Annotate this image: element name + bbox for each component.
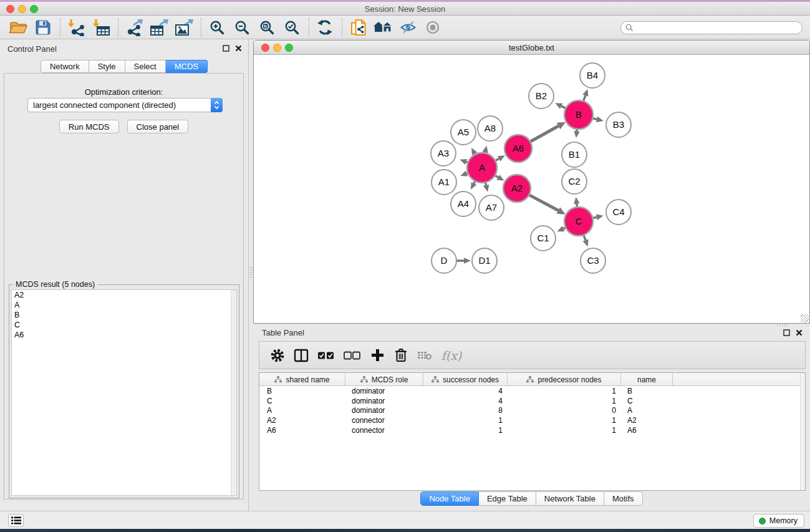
- edge-A-A4[interactable]: [471, 181, 476, 190]
- edge-A2-C[interactable]: [529, 195, 565, 214]
- node-B1[interactable]: B1: [562, 142, 587, 167]
- edge-C-C2[interactable]: [574, 197, 580, 207]
- destroy-table-icon[interactable]: [415, 345, 434, 366]
- column-header-name[interactable]: name: [621, 373, 673, 386]
- node-A5[interactable]: A5: [451, 120, 476, 145]
- window-resize-grip[interactable]: [801, 314, 809, 322]
- run-mcds-button[interactable]: Run MCDS: [59, 120, 119, 133]
- node-A4[interactable]: A4: [451, 191, 476, 216]
- edge-C-C3[interactable]: [582, 235, 588, 247]
- edge-D-D1[interactable]: [456, 258, 471, 264]
- table-settings-icon[interactable]: [268, 345, 287, 366]
- zoom-selected-icon[interactable]: [281, 17, 302, 37]
- table-row[interactable]: A6connector11A6: [259, 425, 805, 435]
- show-graphics-details-icon[interactable]: [422, 17, 443, 37]
- mcds-result-list[interactable]: A2ABCA6: [11, 289, 237, 496]
- optimization-criterion-select[interactable]: largest connected component (directed): [27, 98, 223, 112]
- import-network-icon[interactable]: [65, 17, 87, 37]
- export-network-icon[interactable]: [123, 17, 145, 37]
- tab-network[interactable]: Network: [41, 60, 89, 73]
- edge-B-B1[interactable]: [574, 129, 580, 138]
- node-A2[interactable]: A2: [503, 175, 531, 202]
- task-history-button[interactable]: [8, 514, 24, 527]
- edge-C-C4[interactable]: [592, 215, 603, 220]
- tab-select[interactable]: Select: [125, 60, 166, 73]
- export-table-icon[interactable]: [148, 17, 170, 37]
- splitter-grip-vertical[interactable]: [249, 267, 253, 278]
- edge-A6-B[interactable]: [530, 122, 566, 142]
- node-B2[interactable]: B2: [529, 84, 554, 109]
- mcds-result-item[interactable]: C: [12, 320, 236, 330]
- edge-C-C1[interactable]: [557, 226, 566, 231]
- node-C3[interactable]: C3: [581, 248, 605, 273]
- tab-network-table[interactable]: Network Table: [536, 491, 604, 506]
- column-header-predecessor-nodes[interactable]: predecessor nodes: [508, 373, 621, 386]
- close-panel-icon[interactable]: [796, 329, 803, 336]
- delete-column-icon[interactable]: [392, 345, 410, 366]
- column-header-successor-nodes[interactable]: successor nodes: [423, 373, 508, 386]
- node-A8[interactable]: A8: [478, 116, 503, 141]
- edge-A-A3[interactable]: [460, 159, 468, 165]
- open-session-icon[interactable]: [7, 17, 29, 37]
- node-C1[interactable]: C1: [531, 226, 556, 251]
- table-row[interactable]: Bdominator41B: [259, 386, 805, 396]
- add-column-icon[interactable]: [368, 345, 387, 366]
- node-A6[interactable]: A6: [504, 135, 532, 162]
- mcds-result-item[interactable]: B: [12, 310, 236, 320]
- edge-B-B3[interactable]: [592, 117, 603, 122]
- zoom-in-icon[interactable]: [206, 17, 228, 37]
- deselect-all-icon[interactable]: [342, 345, 363, 366]
- close-panel-button[interactable]: Close panel: [127, 120, 189, 133]
- node-A3[interactable]: A3: [431, 141, 456, 166]
- network-canvas[interactable]: B4B2BB3A8A5A6A3B1AA1C2A2A4A7C4CC1C3DD1: [254, 55, 809, 323]
- refresh-icon[interactable]: [314, 17, 335, 37]
- edge-A-A8[interactable]: [482, 145, 488, 153]
- close-panel-icon[interactable]: [235, 45, 242, 52]
- edge-A-A6[interactable]: [495, 155, 505, 161]
- edge-A-A2[interactable]: [495, 175, 504, 181]
- node-A1[interactable]: A1: [432, 170, 456, 195]
- mcds-result-item[interactable]: A6: [12, 330, 236, 340]
- tab-motifs[interactable]: Motifs: [604, 491, 643, 506]
- search-field[interactable]: [620, 21, 803, 34]
- node-D[interactable]: D: [432, 248, 456, 273]
- split-view-icon[interactable]: [292, 345, 311, 366]
- mcds-result-item[interactable]: A: [12, 300, 236, 310]
- table-row[interactable]: Cdominator41C: [259, 396, 805, 406]
- export-image-icon[interactable]: [173, 17, 195, 37]
- clone-network-icon[interactable]: [347, 17, 369, 37]
- node-D1[interactable]: D1: [472, 248, 497, 273]
- table-row[interactable]: Adominator80A: [259, 406, 805, 416]
- node-C2[interactable]: C2: [562, 169, 587, 194]
- edge-B-B4[interactable]: [582, 89, 588, 102]
- column-header-shared-name[interactable]: shared name: [259, 373, 345, 386]
- node-table[interactable]: shared nameMCDS rolesuccessor nodesprede…: [259, 372, 806, 491]
- node-B[interactable]: B: [564, 100, 593, 129]
- tab-style[interactable]: Style: [89, 60, 125, 73]
- float-panel-icon[interactable]: [783, 329, 790, 336]
- float-panel-icon[interactable]: [223, 45, 229, 52]
- mcds-list-scrollbar[interactable]: [231, 290, 236, 495]
- zoom-out-icon[interactable]: [231, 17, 253, 37]
- table-scrollbar[interactable]: [800, 373, 805, 490]
- node-A7[interactable]: A7: [479, 195, 504, 220]
- tab-node-table[interactable]: Node Table: [420, 491, 479, 506]
- node-A[interactable]: A: [467, 153, 497, 183]
- zoom-fit-icon[interactable]: [256, 17, 277, 37]
- search-input[interactable]: [634, 23, 789, 32]
- tab-mcds[interactable]: MCDS: [166, 60, 208, 73]
- node-C4[interactable]: C4: [606, 200, 631, 225]
- column-header-MCDS-role[interactable]: MCDS role: [345, 373, 423, 386]
- mcds-result-item[interactable]: A2: [12, 290, 236, 300]
- network-window-titlebar[interactable]: testGlobe.txt: [254, 41, 809, 55]
- function-builder-icon[interactable]: f(x): [439, 345, 464, 366]
- node-B3[interactable]: B3: [606, 112, 631, 137]
- edge-B-B2[interactable]: [555, 103, 566, 109]
- save-session-icon[interactable]: [32, 17, 54, 37]
- select-all-icon[interactable]: [316, 345, 337, 366]
- tab-edge-table[interactable]: Edge Table: [479, 491, 536, 506]
- import-table-icon[interactable]: [90, 17, 112, 37]
- node-C[interactable]: C: [564, 207, 593, 236]
- node-B4[interactable]: B4: [580, 63, 605, 88]
- table-row[interactable]: A2connector11A2: [259, 415, 805, 425]
